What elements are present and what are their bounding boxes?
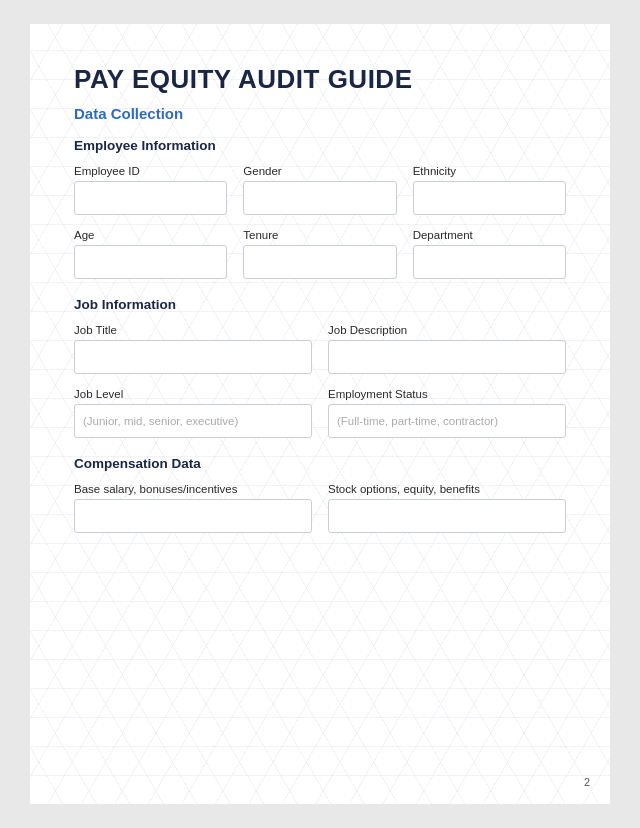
base-salary-input[interactable] — [74, 499, 312, 533]
data-collection-section: Data Collection Employee Information Emp… — [74, 105, 566, 533]
employee-id-input[interactable] — [74, 181, 227, 215]
job-level-input[interactable] — [74, 404, 312, 438]
base-salary-label: Base salary, bonuses/incentives — [74, 483, 312, 495]
ethnicity-input[interactable] — [413, 181, 566, 215]
data-collection-heading: Data Collection — [74, 105, 566, 122]
job-level-group: Job Level — [74, 388, 312, 438]
age-group: Age — [74, 229, 227, 279]
employee-id-group: Employee ID — [74, 165, 227, 215]
stock-options-label: Stock options, equity, benefits — [328, 483, 566, 495]
job-description-input[interactable] — [328, 340, 566, 374]
ethnicity-label: Ethnicity — [413, 165, 566, 177]
department-group: Department — [413, 229, 566, 279]
employee-row-1: Employee ID Gender Ethnicity — [74, 165, 566, 215]
job-title-input[interactable] — [74, 340, 312, 374]
employee-row-2: Age Tenure Department — [74, 229, 566, 279]
job-description-label: Job Description — [328, 324, 566, 336]
department-label: Department — [413, 229, 566, 241]
tenure-group: Tenure — [243, 229, 396, 279]
gender-group: Gender — [243, 165, 396, 215]
job-row-1: Job Title Job Description — [74, 324, 566, 374]
job-description-group: Job Description — [328, 324, 566, 374]
job-information-section: Job Information Job Title Job Descriptio… — [74, 297, 566, 438]
stock-options-group: Stock options, equity, benefits — [328, 483, 566, 533]
job-title-group: Job Title — [74, 324, 312, 374]
job-level-label: Job Level — [74, 388, 312, 400]
employment-status-group: Employment Status — [328, 388, 566, 438]
stock-options-input[interactable] — [328, 499, 566, 533]
compensation-data-section: Compensation Data Base salary, bonuses/i… — [74, 456, 566, 533]
tenure-label: Tenure — [243, 229, 396, 241]
gender-input[interactable] — [243, 181, 396, 215]
department-input[interactable] — [413, 245, 566, 279]
age-label: Age — [74, 229, 227, 241]
page-number: 2 — [584, 776, 590, 788]
employee-information-heading: Employee Information — [74, 138, 566, 153]
employment-status-label: Employment Status — [328, 388, 566, 400]
job-row-2: Job Level Employment Status — [74, 388, 566, 438]
job-information-heading: Job Information — [74, 297, 566, 312]
compensation-data-heading: Compensation Data — [74, 456, 566, 471]
page: PAY EQUITY AUDIT GUIDE Data Collection E… — [30, 24, 610, 804]
compensation-row-1: Base salary, bonuses/incentives Stock op… — [74, 483, 566, 533]
ethnicity-group: Ethnicity — [413, 165, 566, 215]
page-title: PAY EQUITY AUDIT GUIDE — [74, 64, 566, 95]
tenure-input[interactable] — [243, 245, 396, 279]
base-salary-group: Base salary, bonuses/incentives — [74, 483, 312, 533]
employee-information-section: Employee Information Employee ID Gender … — [74, 138, 566, 279]
employment-status-input[interactable] — [328, 404, 566, 438]
gender-label: Gender — [243, 165, 396, 177]
job-title-label: Job Title — [74, 324, 312, 336]
age-input[interactable] — [74, 245, 227, 279]
employee-id-label: Employee ID — [74, 165, 227, 177]
